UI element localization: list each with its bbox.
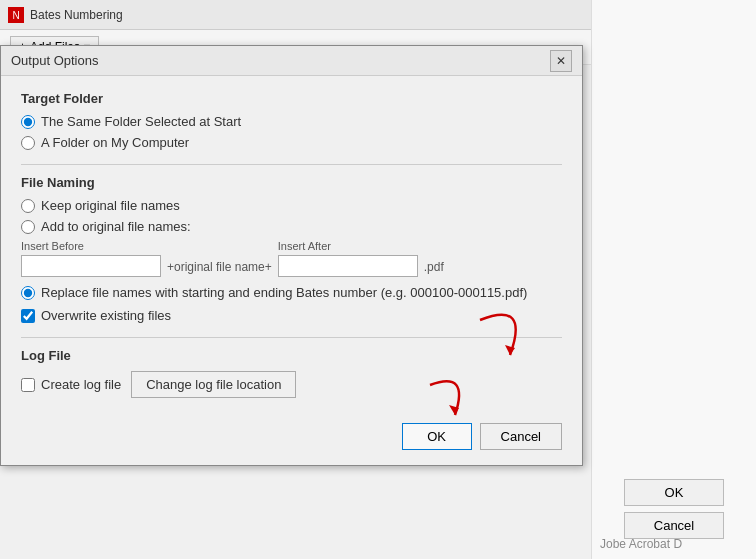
- overwrite-checkbox-label[interactable]: Overwrite existing files: [21, 308, 562, 323]
- radio-my-computer-input[interactable]: [21, 136, 35, 150]
- radio-add-to-original[interactable]: Add to original file names:: [21, 219, 562, 234]
- bates-icon: N: [8, 7, 24, 23]
- radio-replace-bates[interactable]: Replace file names with starting and end…: [21, 285, 562, 300]
- background-title: Bates Numbering: [30, 8, 123, 22]
- output-options-dialog: Output Options ✕ Target Folder The Same …: [0, 45, 583, 466]
- radio-same-folder[interactable]: The Same Folder Selected at Start: [21, 114, 562, 129]
- radio-my-computer-label: A Folder on My Computer: [41, 135, 189, 150]
- insert-fields-row: Insert Before +original file name+ Inser…: [21, 240, 562, 277]
- log-file-row: Create log file Change log file location: [21, 371, 562, 398]
- overwrite-row: Overwrite existing files: [21, 308, 562, 323]
- cancel-button[interactable]: Cancel: [480, 423, 562, 450]
- radio-same-folder-input[interactable]: [21, 115, 35, 129]
- create-log-text: Create log file: [41, 377, 121, 392]
- target-folder-options: The Same Folder Selected at Start A Fold…: [21, 114, 562, 150]
- insert-after-label: Insert After: [278, 240, 418, 252]
- middle-text: +original file name+: [167, 260, 272, 274]
- radio-add-to-original-input[interactable]: [21, 220, 35, 234]
- radio-keep-original-input[interactable]: [21, 199, 35, 213]
- create-log-label[interactable]: Create log file: [21, 377, 121, 392]
- suffix-text: .pdf: [424, 260, 444, 274]
- insert-before-group: Insert Before: [21, 240, 161, 277]
- dialog-body: Target Folder The Same Folder Selected a…: [1, 76, 582, 413]
- overwrite-label: Overwrite existing files: [41, 308, 171, 323]
- radio-add-to-original-label: Add to original file names:: [41, 219, 191, 234]
- change-log-location-button[interactable]: Change log file location: [131, 371, 296, 398]
- right-panel: OK Cancel Jobe Acrobat D: [591, 0, 756, 559]
- log-file-title: Log File: [21, 348, 562, 363]
- radio-my-computer[interactable]: A Folder on My Computer: [21, 135, 562, 150]
- divider-1: [21, 164, 562, 165]
- target-folder-title: Target Folder: [21, 91, 562, 106]
- target-folder-section: Target Folder The Same Folder Selected a…: [21, 91, 562, 150]
- radio-same-folder-label: The Same Folder Selected at Start: [41, 114, 241, 129]
- dialog-close-button[interactable]: ✕: [550, 50, 572, 72]
- radio-keep-original-label: Keep original file names: [41, 198, 180, 213]
- svg-text:N: N: [12, 10, 19, 21]
- file-naming-section: File Naming Keep original file names Add…: [21, 175, 562, 323]
- radio-replace-bates-label: Replace file names with starting and end…: [41, 285, 527, 300]
- insert-before-input[interactable]: [21, 255, 161, 277]
- file-naming-options: Keep original file names Add to original…: [21, 198, 562, 234]
- right-ok-button[interactable]: OK: [624, 479, 724, 506]
- dialog-title: Output Options: [11, 53, 550, 68]
- log-file-section: Log File Create log file Change log file…: [21, 348, 562, 398]
- radio-replace-bates-input[interactable]: [21, 286, 35, 300]
- dialog-footer: OK Cancel: [1, 413, 582, 465]
- dialog-titlebar: Output Options ✕: [1, 46, 582, 76]
- create-log-checkbox[interactable]: [21, 378, 35, 392]
- right-cancel-button[interactable]: Cancel: [624, 512, 724, 539]
- overwrite-checkbox[interactable]: [21, 309, 35, 323]
- ok-button[interactable]: OK: [402, 423, 472, 450]
- radio-keep-original[interactable]: Keep original file names: [21, 198, 562, 213]
- divider-2: [21, 337, 562, 338]
- file-naming-title: File Naming: [21, 175, 562, 190]
- insert-before-label: Insert Before: [21, 240, 161, 252]
- bottom-label: Jobe Acrobat D: [600, 537, 682, 551]
- insert-after-group: Insert After: [278, 240, 418, 277]
- insert-after-input[interactable]: [278, 255, 418, 277]
